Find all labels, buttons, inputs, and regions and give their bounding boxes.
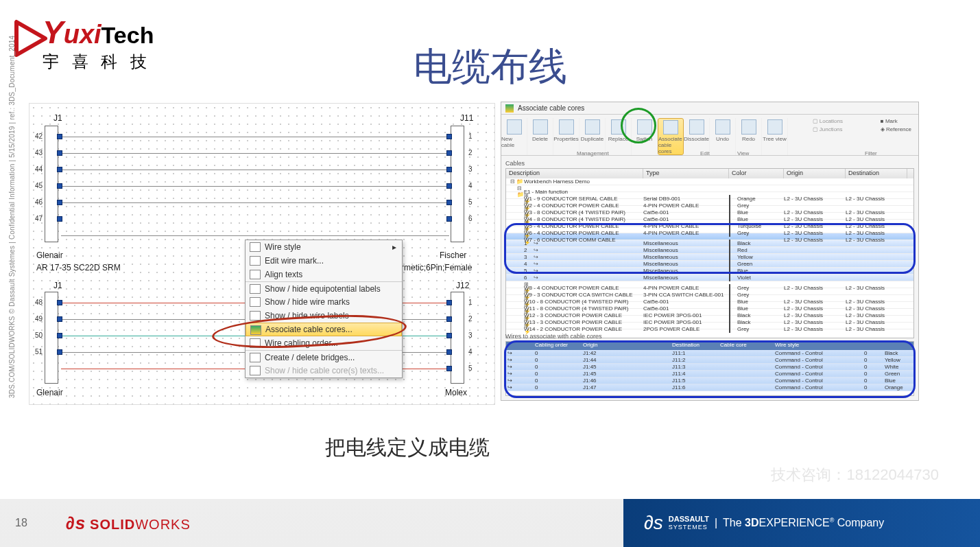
dialog-title: Associate cable cores <box>518 104 584 112</box>
col-origin[interactable]: Origin <box>784 169 846 178</box>
pin[interactable] <box>446 366 452 371</box>
menu-show-hide-wire-marks[interactable]: Show / hide wire marks <box>246 295 402 309</box>
manufacturer-label: Glenair <box>36 251 63 260</box>
ribbon-associate-cable-cores[interactable]: Associate cable cores <box>658 118 684 155</box>
ribbon-undo[interactable]: Undo <box>710 118 736 155</box>
dassault-banner: ∂s DASSAULTSYSTEMES | The 3DEXPERIENCE® … <box>623 499 980 547</box>
edit-mark-icon <box>250 256 261 266</box>
connector-j11[interactable] <box>451 126 464 242</box>
cable-row[interactable]: ⊞ ⚡ W8 - 4 CONDUCTOR POWER CABLE4-PIN PO… <box>506 281 913 288</box>
menu-show-hide-equipotential[interactable]: Show / hide equipotential labels <box>246 281 402 295</box>
ribbon-delete[interactable]: Delete <box>527 118 553 155</box>
ribbon-side2: ▢ Locations ▢ Junctions <box>813 117 843 134</box>
pin[interactable] <box>57 316 62 322</box>
dialog-titlebar[interactable]: Associate cable cores <box>501 102 918 115</box>
core-text-icon <box>250 366 261 375</box>
connector-label-j1b: J1 <box>53 281 62 290</box>
ribbon-icon <box>689 119 704 135</box>
ribbon-icon <box>507 119 522 135</box>
pin[interactable] <box>446 167 452 172</box>
watermark-text: 技术咨询：18122044730 <box>771 465 939 485</box>
ribbon-icon <box>741 119 756 135</box>
pin[interactable] <box>446 216 452 222</box>
pin[interactable] <box>57 134 62 139</box>
page-subtitle: 把电线定义成电缆 <box>325 434 490 462</box>
col-color[interactable]: Color <box>729 169 784 178</box>
connector-label-j1: J1 <box>53 113 62 123</box>
pin[interactable] <box>57 167 62 172</box>
logo: YuxiTech 宇 喜 科 技 <box>16 14 154 73</box>
connector-j12[interactable] <box>451 292 464 384</box>
annotation-ellipse-green <box>621 108 656 143</box>
schematic-panel: J1 J11 ["42","43","44","45","46","47"] G… <box>29 103 495 405</box>
page-number: 18 <box>15 517 27 529</box>
menu-align-texts[interactable]: Align texts <box>246 268 402 281</box>
pin[interactable] <box>57 200 62 205</box>
pin[interactable] <box>446 183 452 189</box>
tree-root[interactable]: Workbench Harness Demo <box>524 178 907 185</box>
core-row[interactable]: ↪ 6Miscellaneous Violet <box>506 275 913 281</box>
ribbon-new-cable[interactable]: New cable <box>501 118 527 155</box>
tree-folder[interactable]: F1 - Main function <box>524 189 907 195</box>
footer: 18 ∂sSOLIDWORKS ∂s DASSAULTSYSTEMES | Th… <box>0 499 980 547</box>
filter-locations[interactable]: Locations <box>820 118 843 124</box>
ribbon-icon <box>533 119 548 135</box>
ribbon-icon <box>559 119 574 135</box>
copyright-text: 3DS.COM/SOLIDWORKS © Dassault Systèmes |… <box>8 36 16 398</box>
pin[interactable] <box>446 134 452 139</box>
ribbon: New cable Delete Properties Duplicate Re… <box>501 115 918 156</box>
pin[interactable] <box>57 183 62 189</box>
connector-label-j12: J12 <box>456 281 469 290</box>
pin[interactable] <box>57 349 62 355</box>
manufacturer-label: Molex <box>445 388 467 397</box>
col-destination[interactable]: Destination <box>846 169 907 178</box>
solidworks-logo: ∂sSOLIDWORKS <box>66 513 191 534</box>
part-label: AR 17-35 SC22D SRM <box>36 263 121 272</box>
filter-reference[interactable]: Reference <box>886 126 911 132</box>
menu-wire-style[interactable]: Wire style▸ <box>246 240 402 254</box>
dialog-icon <box>505 104 514 113</box>
pin[interactable] <box>57 150 62 156</box>
pin[interactable] <box>446 300 452 305</box>
ribbon-dissociate[interactable]: Dissociate <box>684 118 710 155</box>
filter-mark[interactable]: Mark <box>885 118 898 124</box>
connector-label-j11: J11 <box>460 113 473 123</box>
manufacturer-label: Glenair <box>36 388 63 397</box>
ribbon-side: ■ Mark ◈ Reference <box>881 117 911 134</box>
bridge-icon <box>250 353 261 362</box>
filter-junctions[interactable]: Junctions <box>820 126 843 132</box>
col-description[interactable]: Description <box>506 169 643 178</box>
col-type[interactable]: Type <box>643 169 729 178</box>
cables-groupbox-label: Cables <box>505 160 525 167</box>
ribbon-tree-view[interactable]: Tree view <box>762 118 788 155</box>
page-title: 电缆布线 <box>414 41 567 93</box>
pin[interactable] <box>446 200 452 205</box>
wire-style-icon <box>250 242 261 252</box>
align-icon <box>250 270 261 279</box>
ribbon-icon <box>585 119 600 135</box>
pin[interactable] <box>57 216 62 222</box>
connector-j1b[interactable] <box>45 292 58 384</box>
menu-show-hide-core-texts: Show / hide cable core(s) texts... <box>246 364 402 377</box>
pin[interactable] <box>57 333 62 338</box>
pin[interactable] <box>446 150 452 156</box>
ribbon-redo[interactable]: Redo <box>736 118 762 155</box>
connector-j1[interactable] <box>45 126 58 242</box>
ribbon-properties[interactable]: Properties <box>553 118 579 155</box>
annotation-box-blue-bottom <box>504 340 916 398</box>
menu-create-delete-bridges[interactable]: Create / delete bridges... <box>246 350 402 364</box>
pin[interactable] <box>446 316 452 322</box>
ribbon-duplicate[interactable]: Duplicate <box>579 118 606 155</box>
associate-groupbox-label: Wires to associate with cable cores <box>505 333 602 340</box>
menu-edit-wire-mark[interactable]: Edit wire mark... <box>246 254 402 268</box>
eq-label-icon <box>250 284 261 294</box>
ribbon-icon <box>767 119 782 135</box>
wire-label-icon <box>250 311 261 321</box>
pin[interactable] <box>446 333 452 338</box>
associate-cable-cores-dialog: Associate cable cores New cable Delete P… <box>501 102 919 401</box>
grid-header: Description Type Color Origin Destinatio… <box>506 169 913 178</box>
ribbon-icon <box>715 119 730 135</box>
pin[interactable] <box>57 300 62 305</box>
pin[interactable] <box>446 349 452 355</box>
manufacturer-label: Fischer <box>440 251 466 260</box>
